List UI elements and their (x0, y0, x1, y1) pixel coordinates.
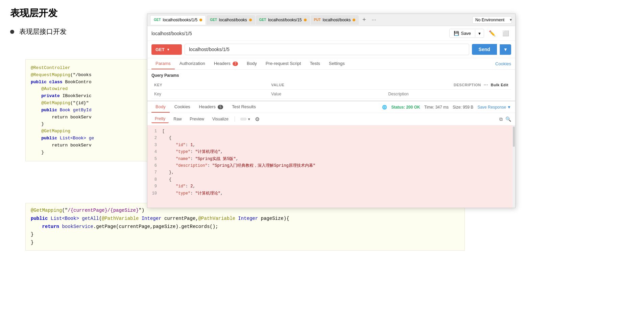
scrollbar[interactable] (512, 125, 515, 208)
method-chevron-icon: ▼ (167, 48, 170, 51)
col-key: KEY (151, 81, 268, 90)
url-input[interactable] (185, 44, 469, 55)
response-time: Time: 347 ms (424, 105, 449, 110)
response-globe-icon: 🌐 (382, 105, 387, 110)
tab-dot-1 (199, 19, 202, 21)
json-format-select: ▼ (240, 117, 251, 121)
tab-authorization[interactable]: Authorization (175, 58, 209, 69)
request-tabs: Params Authorization Headers 7 Body Pre-… (147, 58, 515, 70)
tab-books-15[interactable]: GET localhost/books/15 (256, 15, 310, 25)
tab-method-put: PUT (314, 18, 321, 22)
tab-method-get3: GET (259, 18, 266, 22)
add-tab-button[interactable]: + (359, 15, 369, 25)
save-dropdown-button[interactable]: ▼ (475, 30, 484, 37)
tab-put-books[interactable]: PUT localhost/books (311, 15, 359, 25)
tab-pre-request[interactable]: Pre-request Script (262, 58, 305, 69)
save-button[interactable]: 💾 Save (450, 29, 475, 38)
edit-button[interactable]: ✏️ (487, 29, 498, 38)
format-visualize-button[interactable]: Visualize (209, 115, 232, 123)
bullet-icon (10, 30, 14, 34)
send-button[interactable]: Send (472, 44, 497, 55)
tab-books-1-5[interactable]: GET localhost/books/1/5 (150, 15, 206, 25)
tab-url-3: localhost/books/15 (268, 18, 302, 22)
format-toolbar: Pretty Raw Preview Visualize ▼ ⚙ ⧉ 🔍 (147, 113, 515, 125)
resp-tab-body[interactable]: Body (151, 101, 170, 113)
resp-tab-test-results[interactable]: Test Results (228, 101, 260, 113)
settings-button[interactable]: ⬜ (500, 29, 511, 38)
description-input[interactable] (388, 92, 508, 96)
resp-tab-headers[interactable]: Headers 5 (195, 101, 227, 113)
tab-url-1: localhost/books/1/5 (163, 18, 198, 22)
tab-body[interactable]: Body (243, 58, 261, 69)
key-input[interactable] (154, 92, 266, 96)
resp-tab-cookies[interactable]: Cookies (170, 101, 194, 113)
line-numbers: 12345 678910 (147, 125, 160, 208)
response-size: Size: 959 B (453, 105, 473, 110)
status-badge: Status: 200 OK (391, 105, 420, 110)
tab-dot-2 (249, 19, 252, 21)
value-input[interactable] (271, 92, 383, 96)
tab-bar-right: No Environment ▼ (472, 16, 512, 24)
tab-url-4: localhost/books (323, 18, 351, 22)
tab-method-get1: GET (154, 18, 161, 22)
tab-bar: GET localhost/books/1/5 GET localhost/bo… (147, 14, 515, 26)
method-selector[interactable]: GET ▼ (151, 44, 182, 55)
cookies-link[interactable]: Cookies (495, 61, 511, 66)
postman-window: GET localhost/books/1/5 GET localhost/bo… (147, 14, 516, 208)
request-breadcrumb: localhost/books/1/5 (151, 31, 192, 36)
request-actions: 💾 Save ▼ ✏️ ⬜ (449, 29, 511, 38)
search-button[interactable]: 🔍 (505, 116, 511, 122)
format-preview-button[interactable]: Preview (186, 115, 208, 123)
format-pretty-button[interactable]: Pretty (151, 115, 169, 123)
response-area: Body Cookies Headers 5 Test Results 🌐 St… (147, 100, 515, 208)
save-response-button[interactable]: Save Response ▼ (477, 105, 511, 110)
response-tabs: Body Cookies Headers 5 Test Results 🌐 St… (147, 101, 515, 113)
save-button-group[interactable]: 💾 Save ▼ (449, 29, 484, 38)
toolbar-right: ⧉ 🔍 (499, 116, 511, 122)
tab-headers[interactable]: Headers 7 (210, 58, 242, 69)
bullet-label: 表现层接口开发 (19, 27, 67, 36)
format-separator (235, 116, 235, 122)
response-meta: 🌐 Status: 200 OK Time: 347 ms Size: 959 … (382, 105, 511, 110)
tab-method-get2: GET (210, 18, 217, 22)
col-description: DESCRIPTION ··· Bulk Edit (386, 81, 511, 90)
format-raw-button[interactable]: Raw (170, 115, 185, 123)
json-badge[interactable] (240, 118, 246, 120)
copy-button[interactable]: ⧉ (499, 116, 503, 122)
tab-settings[interactable]: Settings (325, 58, 349, 69)
tab-tests[interactable]: Tests (306, 58, 324, 69)
json-content: [ { "id": 1, "type": "计算机理论", "name": "S… (160, 125, 512, 208)
tab-params[interactable]: Params (151, 58, 175, 69)
col-desc-more-icon[interactable]: ··· (484, 82, 488, 88)
tab-books[interactable]: GET localhost/books (207, 15, 255, 25)
tab-dot-3 (304, 19, 307, 21)
method-label: GET (156, 47, 165, 52)
query-params-section: Query Params KEY VALUE DESCRIPTION ··· B… (147, 70, 515, 100)
filter-icon[interactable]: ⚙ (255, 116, 260, 122)
more-tabs-button[interactable]: ··· (369, 17, 378, 23)
bottom-code-block: @GetMapping("/{currentPage}/{pageSize}")… (25, 203, 465, 251)
json-chevron-icon: ▼ (247, 117, 251, 121)
method-url-row: GET ▼ Send ▼ (147, 41, 515, 58)
json-response-body: 12345 678910 [ { "id": 1, "type": "计算机理论… (147, 125, 515, 208)
request-header: localhost/books/1/5 💾 Save ▼ ✏️ ⬜ (147, 26, 515, 41)
col-value: VALUE (268, 81, 385, 90)
tab-dot-4 (353, 19, 355, 21)
query-params-label: Query Params (151, 73, 511, 78)
tab-url-2: localhost/books (219, 18, 247, 22)
send-dropdown-button[interactable]: ▼ (500, 44, 511, 55)
params-table: KEY VALUE DESCRIPTION ··· Bulk Edit (151, 81, 511, 99)
environment-select[interactable]: No Environment (472, 16, 512, 24)
params-row-empty (151, 90, 511, 99)
bulk-edit-button[interactable]: Bulk Edit (491, 83, 508, 87)
